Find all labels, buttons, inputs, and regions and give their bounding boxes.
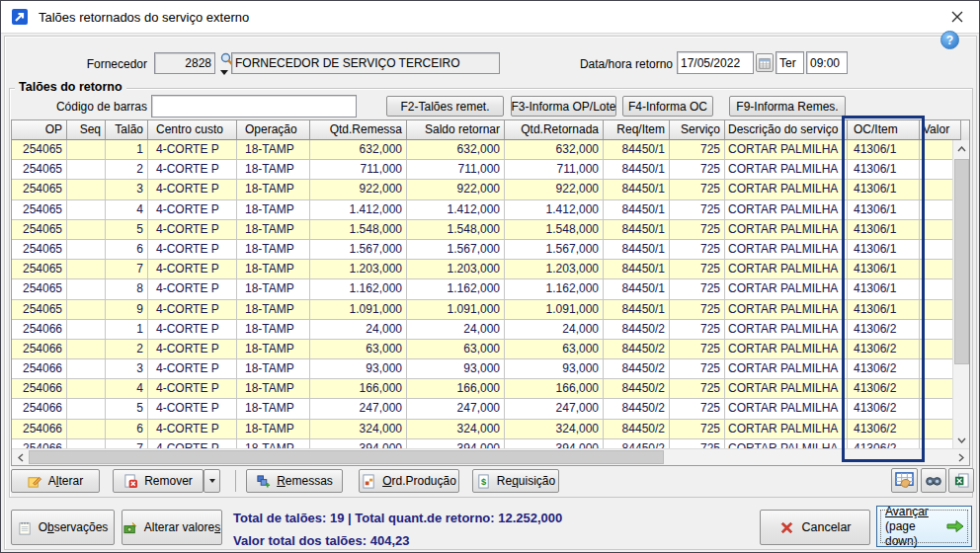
column-header-5[interactable]: Operação	[237, 120, 310, 140]
table-row[interactable]: 25406614-CORTE P18-TAMP24,00024,00024,00…	[12, 320, 952, 340]
table-row[interactable]: 25406574-CORTE P18-TAMP1.203,0001.203,00…	[12, 260, 952, 279]
table-row[interactable]: 25406534-CORTE P18-TAMP922,000922,000922…	[12, 180, 952, 199]
scroll-left-icon[interactable]	[12, 449, 29, 466]
svg-text:$: $	[481, 477, 487, 487]
cell: 166,000	[310, 379, 407, 399]
horizontal-scrollbar-thumb[interactable]	[29, 450, 664, 464]
cell: 18-TAMP	[237, 420, 310, 439]
cancelar-button[interactable]: Cancelar	[760, 510, 870, 545]
f4-informa-oc-button[interactable]: F4-Informa OC	[622, 96, 713, 117]
column-header-1[interactable]: OP	[12, 120, 67, 140]
table-row[interactable]: 25406594-CORTE P18-TAMP1.091,0001.091,00…	[12, 300, 952, 320]
cell: 254066	[12, 439, 67, 448]
barcode-input[interactable]	[151, 95, 357, 118]
table-row[interactable]: 25406674-CORTE P18-TAMP394,000394,000394…	[12, 439, 952, 448]
cell: 254065	[12, 300, 67, 320]
table-row[interactable]: 25406624-CORTE P18-TAMP63,00063,00063,00…	[12, 340, 952, 359]
date-input[interactable]	[677, 51, 754, 74]
table-row[interactable]: 25406654-CORTE P18-TAMP247,000247,000247…	[12, 399, 952, 419]
table-row[interactable]: 25406584-CORTE P18-TAMP1.162,0001.162,00…	[12, 279, 952, 299]
column-header-9[interactable]: Req/Item	[604, 120, 670, 140]
cell: 18-TAMP	[237, 200, 310, 220]
calendar-icon	[759, 57, 771, 69]
cell: 41306/1	[848, 279, 920, 299]
f2-taloes-remet-button[interactable]: F2-Talões remet.	[386, 96, 504, 117]
cell: 4-CORTE P	[148, 340, 237, 359]
avancar-button[interactable]: Avançar (page down)	[876, 506, 972, 547]
table-row[interactable]: 25406554-CORTE P18-TAMP1.548,0001.548,00…	[12, 220, 952, 240]
observacoes-button[interactable]: Observações	[11, 510, 115, 545]
cell: 4-CORTE P	[148, 220, 237, 240]
cell: 725	[670, 439, 725, 448]
fornecedor-code-input[interactable]	[154, 52, 215, 74]
cell: 41306/1	[848, 300, 920, 320]
cell	[67, 200, 106, 220]
cell: 725	[670, 260, 725, 279]
alterar-valores-button[interactable]: Alterar valores	[122, 510, 222, 545]
column-header-13[interactable]: Valor	[920, 120, 961, 140]
weekday-field[interactable]	[776, 51, 804, 74]
cell	[920, 160, 952, 180]
cell: 4-CORTE P	[148, 399, 237, 419]
scroll-up-icon[interactable]	[953, 140, 970, 157]
cell: 254065	[12, 279, 67, 299]
table-row[interactable]: 25406634-CORTE P18-TAMP93,00093,00093,00…	[12, 359, 952, 379]
help-button[interactable]: ?	[940, 31, 959, 49]
table-row[interactable]: 25406514-CORTE P18-TAMP632,000632,000632…	[12, 140, 952, 160]
column-header-11[interactable]: Descrição do serviço	[725, 120, 848, 140]
cell: 4-CORTE P	[148, 359, 237, 379]
remover-button[interactable]: Remover	[113, 469, 204, 493]
scroll-right-icon[interactable]	[952, 449, 969, 466]
time-input[interactable]	[806, 51, 848, 74]
column-header-10[interactable]: Serviço	[670, 120, 725, 140]
cell: 725	[670, 279, 725, 299]
cell	[920, 439, 952, 448]
table-row[interactable]: 25406644-CORTE P18-TAMP166,000166,000166…	[12, 379, 952, 399]
table-row[interactable]: 25406524-CORTE P18-TAMP711,000711,000711…	[12, 160, 952, 180]
requisicao-button[interactable]: $ Requisição	[472, 469, 559, 493]
cell: 4-CORTE P	[148, 180, 237, 199]
cell: 324,000	[310, 420, 407, 439]
column-header-12[interactable]: OC/Item	[848, 120, 920, 140]
cell: 2	[106, 340, 148, 359]
fornecedor-dropdown-icon[interactable]	[220, 70, 228, 75]
column-header-2[interactable]: Seq	[67, 120, 106, 140]
remover-dropdown-button[interactable]	[204, 469, 220, 493]
alterar-button[interactable]: Alterar	[11, 469, 100, 493]
cell: 41306/2	[848, 420, 920, 439]
calendar-button[interactable]	[756, 53, 774, 72]
f3-informa-op-lote-button[interactable]: F3-Informa OP/Lote	[511, 96, 616, 117]
column-header-3[interactable]: Talão	[106, 120, 148, 140]
cell: 7	[106, 260, 148, 279]
table-row[interactable]: 25406564-CORTE P18-TAMP1.567,0001.567,00…	[12, 240, 952, 260]
export-excel-button[interactable]	[948, 468, 974, 493]
cell: 725	[670, 399, 725, 419]
grid-settings-button[interactable]	[891, 468, 918, 493]
cell: 41306/1	[848, 200, 920, 220]
taloes-grid: OPSeqTalãoCentro custoOperaçãoQtd.Remess…	[11, 119, 970, 466]
cell: 18-TAMP	[237, 240, 310, 260]
scroll-down-icon[interactable]	[953, 432, 970, 448]
cell	[67, 439, 106, 448]
grid-header-row: OPSeqTalãoCentro custoOperaçãoQtd.Remess…	[12, 120, 969, 140]
cell	[920, 420, 952, 439]
column-header-8[interactable]: Qtd.Retornada	[505, 120, 604, 140]
table-row[interactable]: 25406664-CORTE P18-TAMP324,000324,000324…	[12, 420, 952, 439]
ord-producao-button[interactable]: Ord.Produção	[359, 469, 459, 493]
column-header-4[interactable]: Centro custo	[148, 120, 237, 140]
vertical-scrollbar[interactable]	[952, 140, 969, 448]
horizontal-scrollbar[interactable]	[12, 448, 969, 465]
remessas-button[interactable]: Remessas	[246, 469, 343, 493]
close-button[interactable]	[935, 1, 979, 32]
column-header-6[interactable]: Qtd.Remessa	[310, 120, 407, 140]
fornecedor-name-input[interactable]	[231, 52, 500, 74]
search-button[interactable]	[921, 468, 946, 493]
column-header-7[interactable]: Saldo retornar	[407, 120, 505, 140]
avancar-label: Avançar (page down)	[885, 505, 945, 549]
f9-informa-remes-button[interactable]: F9-Informa Remes.	[729, 96, 846, 117]
cell	[67, 279, 106, 299]
cell: 1.567,000	[407, 240, 505, 260]
requisicao-label: Requisição	[497, 474, 555, 488]
table-row[interactable]: 25406544-CORTE P18-TAMP1.412,0001.412,00…	[12, 200, 952, 220]
vertical-scrollbar-thumb[interactable]	[954, 159, 969, 364]
